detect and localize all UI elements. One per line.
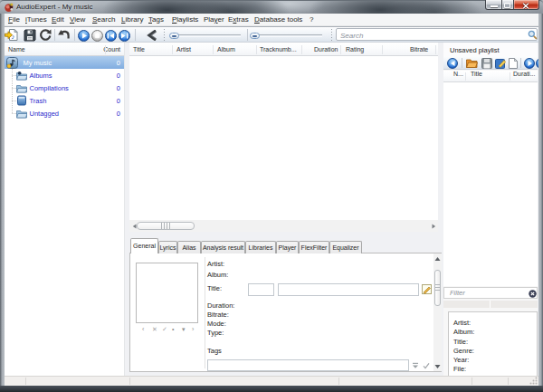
svg-text:♪: ♪ [12, 33, 15, 41]
